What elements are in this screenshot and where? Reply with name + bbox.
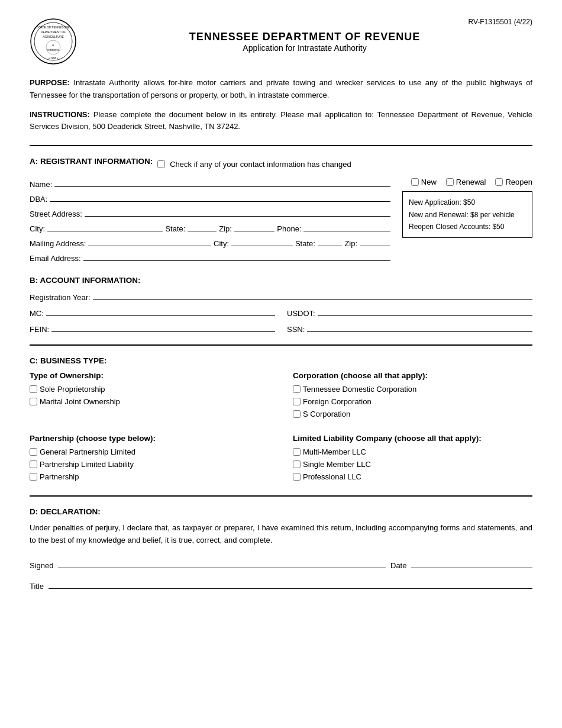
ssn-group: SSN:: [287, 323, 532, 334]
general-partnership-checkbox[interactable]: [30, 448, 37, 456]
s-corp-label: S Corporation: [303, 410, 350, 418]
mailing-field-row: Mailing Address: City: State: Zip:: [30, 237, 390, 248]
page-subtitle: Application for Intrastate Authority: [77, 43, 532, 53]
email-label: Email Address:: [30, 254, 81, 263]
instructions-text: Please complete the document below in it…: [30, 110, 532, 131]
state-underline: [188, 222, 217, 231]
partnership-limited-item: Partnership Limited Liability: [30, 460, 269, 469]
professional-llc-item: Professional LLC: [293, 472, 532, 481]
business-bottom-cols: Partnership (choose type below): General…: [30, 434, 532, 485]
new-label: New: [421, 178, 437, 186]
llc-col: Limited Liability Company (choose all th…: [293, 434, 532, 485]
mailing-zip-label: Zip:: [344, 239, 357, 248]
svg-text:DEPARTMENT OF: DEPARTMENT OF: [41, 30, 66, 34]
sole-prop-checkbox[interactable]: [30, 385, 37, 393]
partnership-limited-checkbox[interactable]: [30, 460, 37, 468]
email-underline: [83, 252, 390, 261]
renewal-checkbox-item: Renewal: [446, 178, 486, 186]
reopen-checkbox[interactable]: [495, 178, 503, 186]
date-label: Date: [390, 561, 406, 570]
mailing-city-underline: [231, 237, 293, 246]
registrant-fields: Name: DBA: Street Address: City: State: …: [30, 178, 390, 266]
professional-llc-checkbox[interactable]: [293, 473, 301, 481]
ssn-underline: [307, 323, 532, 332]
declaration-text: Under penalties of perjury, I declare th…: [30, 522, 532, 547]
city-label: City:: [30, 224, 45, 233]
date-group: Date: [390, 559, 532, 570]
ownership-col: Type of Ownership: Sole Proprietorship M…: [30, 371, 269, 422]
partnership-limited-label: Partnership Limited Liability: [40, 460, 134, 469]
reopen-checkbox-item: Reopen: [495, 178, 532, 186]
form-number: RV-F1315501 (4/22): [468, 18, 532, 26]
date-underline: [411, 559, 532, 568]
renewal-checkbox[interactable]: [446, 178, 454, 186]
instructions-label: INSTRUCTIONS:: [30, 110, 90, 119]
zip-underline: [234, 222, 274, 231]
single-member-label: Single Member LLC: [303, 460, 371, 469]
foreign-corp-item: Foreign Corporation: [293, 397, 532, 406]
general-partnership-label: General Partnership Limited: [40, 447, 135, 456]
partnership-checkbox[interactable]: [30, 473, 37, 481]
street-field-row: Street Address:: [30, 207, 390, 218]
reg-year-row: Registration Year:: [30, 291, 532, 302]
city-underline: [47, 222, 163, 231]
tn-domestic-checkbox[interactable]: [293, 385, 301, 393]
partnership-item: Partnership: [30, 472, 269, 481]
business-top-cols: Type of Ownership: Sole Proprietorship M…: [30, 371, 532, 422]
instructions-paragraph: INSTRUCTIONS: Please complete the docume…: [30, 109, 532, 134]
section-b: B: ACCOUNT INFORMATION: Registration Yea…: [30, 276, 532, 334]
divider-1: [30, 145, 532, 146]
section-b-header: B: ACCOUNT INFORMATION:: [30, 276, 532, 285]
foreign-corp-checkbox[interactable]: [293, 398, 301, 405]
corporation-header: Corporation (choose all that apply):: [293, 371, 532, 380]
partnership-col: Partnership (choose type below): General…: [30, 434, 269, 485]
multi-member-checkbox[interactable]: [293, 448, 301, 456]
city-field-row: City: State: Zip: Phone:: [30, 222, 390, 233]
sole-prop-label: Sole Proprietorship: [40, 385, 105, 394]
single-member-checkbox[interactable]: [293, 460, 301, 468]
section-a: A: REGISTRANT INFORMATION: Check if any …: [30, 157, 532, 266]
mc-usdot-row: MC: USDOT:: [30, 307, 532, 318]
usdot-label: USDOT:: [287, 309, 315, 318]
new-checkbox[interactable]: [411, 178, 419, 186]
zip-label: Zip:: [219, 224, 232, 233]
purpose-paragraph: PURPOSE: Intrastate Authority allows for…: [30, 77, 532, 102]
section-c: C: BUSINESS TYPE: Type of Ownership: Sol…: [30, 356, 532, 485]
name-label: Name:: [30, 180, 52, 189]
dba-underline: [50, 192, 390, 202]
general-partnership-item: General Partnership Limited: [30, 447, 269, 456]
svg-point-5: [46, 40, 60, 54]
tn-domestic-item: Tennessee Domestic Corporation: [293, 385, 532, 394]
reg-year-underline: [93, 291, 532, 300]
ownership-header: Type of Ownership:: [30, 371, 269, 380]
fee-box: New Application: $50 New and Renewal: $8…: [402, 191, 532, 238]
renewal-label: Renewal: [456, 178, 486, 186]
svg-text:STATE OF TENNESSEE: STATE OF TENNESSEE: [37, 25, 70, 29]
s-corp-item: S Corporation: [293, 410, 532, 418]
section-d: D: DECLARATION: Under penalties of perju…: [30, 507, 532, 591]
dba-label: DBA:: [30, 195, 47, 204]
marital-joint-item: Marital Joint Ownership: [30, 397, 269, 406]
usdot-group: USDOT:: [287, 307, 532, 318]
mailing-state-label: State:: [295, 239, 315, 248]
mailing-underline: [88, 237, 211, 246]
dba-field-row: DBA:: [30, 192, 390, 204]
marital-joint-checkbox[interactable]: [30, 398, 37, 405]
signed-row: Signed Date: [30, 559, 532, 570]
usdot-underline: [318, 307, 532, 316]
right-panel: New Renewal Reopen New Application: $50 …: [402, 178, 532, 238]
purpose-text: Intrastate Authority allows for-hire mot…: [30, 78, 532, 99]
header-title-block: TENNESSEE DEPARTMENT OF REVENUE Applicat…: [77, 31, 532, 53]
reg-year-label: Registration Year:: [30, 293, 91, 302]
title-underline: [49, 579, 532, 589]
phone-underline: [303, 222, 390, 231]
contact-changed-checkbox[interactable]: [157, 160, 165, 168]
phone-label: Phone:: [277, 224, 301, 233]
s-corp-checkbox[interactable]: [293, 410, 301, 418]
section-a-header: A: REGISTRANT INFORMATION:: [30, 157, 153, 166]
fein-underline: [51, 323, 275, 332]
signed-underline: [58, 559, 386, 568]
state-label: State:: [165, 224, 185, 233]
multi-member-item: Multi-Member LLC: [293, 447, 532, 456]
registrant-row: Name: DBA: Street Address: City: State: …: [30, 178, 532, 266]
